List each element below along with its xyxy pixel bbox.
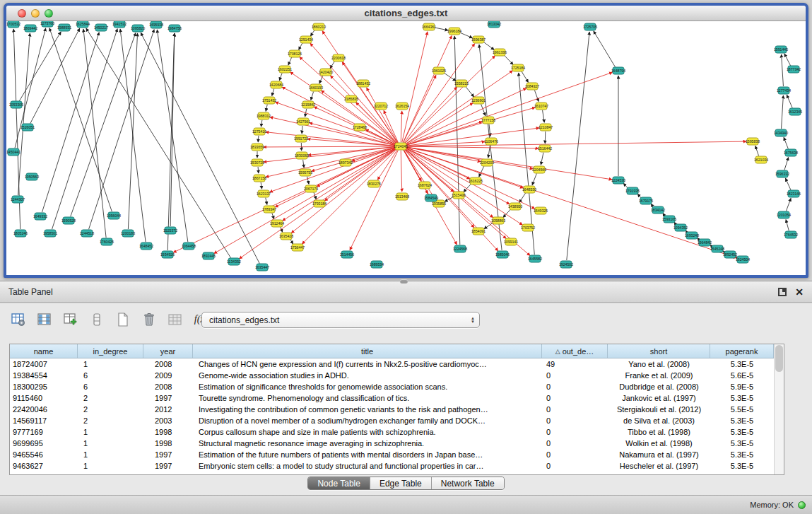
graph-node[interactable]: 1950563 (25, 173, 39, 180)
graph-node[interactable]: 1991722 (294, 135, 308, 142)
graph-node[interactable]: 1777158 (481, 117, 495, 124)
graph-edge[interactable] (435, 28, 448, 30)
graph-node[interactable]: 1626154 (395, 103, 409, 110)
graph-node[interactable]: 1764532 (784, 231, 798, 238)
graph-edge[interactable] (466, 86, 474, 97)
graph-node[interactable]: 1958501 (43, 230, 57, 237)
graph-edge[interactable] (543, 110, 545, 122)
graph-node[interactable]: 1602251 (278, 66, 292, 73)
graph-edge[interactable] (258, 136, 259, 142)
graph-edge[interactable] (128, 33, 137, 229)
graph-edge[interactable] (532, 173, 536, 185)
graph-node[interactable]: 1760426 (100, 238, 114, 245)
graph-node[interactable]: 1860213 (312, 23, 326, 30)
graph-node[interactable]: 2053305 (9, 101, 23, 108)
graph-node[interactable]: 1545248 (710, 245, 724, 252)
graph-edge[interactable] (288, 57, 292, 65)
graph-node[interactable]: 1869442 (23, 25, 37, 32)
graph-edge[interactable] (377, 150, 397, 180)
graph-node[interactable]: 1892445 (201, 252, 216, 259)
graph-edge[interactable] (308, 147, 395, 156)
graph-node[interactable]: 1420684 (269, 81, 283, 88)
graph-edge[interactable] (444, 73, 456, 81)
graph-node[interactable]: 1793184 (312, 200, 326, 207)
graph-edge[interactable] (406, 128, 539, 146)
graph-node[interactable]: 1693248 (685, 232, 699, 239)
graph-node[interactable]: 1625844 (76, 21, 90, 28)
graph-edge[interactable] (782, 95, 784, 129)
graph-node[interactable]: 2204203 (480, 159, 494, 166)
tab-network-table[interactable]: Network Table (431, 477, 504, 489)
graph-edge[interactable] (266, 198, 267, 205)
graph-node[interactable]: 1525372 (163, 227, 177, 234)
graph-node[interactable]: 1708126 (288, 50, 302, 57)
graph-node[interactable]: 1134352 (227, 258, 241, 265)
float-panel-icon[interactable] (778, 288, 787, 296)
graph-node[interactable]: 1434940 (774, 129, 788, 136)
graph-node[interactable]: 1210847 (539, 124, 553, 131)
graph-edge[interactable] (784, 157, 789, 170)
table-vertical-scrollbar[interactable] (774, 344, 784, 474)
graph-node[interactable]: 1558215 (454, 80, 469, 87)
graph-node[interactable]: 1450217 (94, 24, 108, 31)
graph-node[interactable]: 1648794 (611, 67, 625, 74)
graph-edge[interactable] (89, 30, 155, 230)
graph-edge[interactable] (279, 73, 282, 81)
graph-edge[interactable] (311, 91, 314, 100)
graph-edge[interactable] (519, 193, 526, 203)
graph-node[interactable]: 1427561 (296, 118, 310, 125)
graph-node[interactable]: 1751432 (262, 97, 276, 104)
graph-node[interactable]: 1989534 (370, 261, 384, 268)
graph-node[interactable]: 1095820 (131, 25, 145, 32)
graph-node[interactable]: 1515436 (452, 192, 466, 199)
graph-node[interactable]: 1648452 (139, 243, 153, 250)
graph-edge[interactable] (401, 151, 402, 192)
graph-edge[interactable] (299, 43, 302, 50)
table-settings-button[interactable] (8, 310, 28, 329)
graph-edge[interactable] (266, 147, 395, 177)
graph-edge[interactable] (404, 150, 435, 199)
graph-node[interactable]: 1756447 (290, 244, 305, 251)
graph-node[interactable]: 1823146 (787, 190, 801, 197)
graph-edge[interactable] (404, 75, 436, 142)
table-row[interactable]: 2242004622012Investigating the contribut… (10, 404, 774, 415)
graph-node[interactable]: 1106476 (484, 138, 498, 145)
graph-edge[interactable] (405, 87, 457, 144)
table-row[interactable]: 977716911998Corpus callosum shape and si… (10, 426, 774, 438)
column-header-in_degree[interactable]: in_degree (78, 344, 143, 358)
graph-node[interactable]: 1591445 (774, 46, 788, 53)
graph-node[interactable]: 1830276 (367, 180, 381, 187)
graph-node[interactable]: 2200618 (331, 54, 346, 62)
graph-node[interactable]: 1724045 (394, 143, 408, 150)
graph-node[interactable]: 1595838 (746, 138, 760, 145)
graph-node[interactable]: 1610747 (534, 103, 548, 110)
graph-edge[interactable] (522, 71, 529, 83)
graph-node[interactable]: 1956044 (107, 212, 121, 219)
graph-node[interactable]: 1064458 (182, 243, 196, 250)
graph-edge[interactable] (49, 28, 112, 212)
close-window-button[interactable] (18, 9, 26, 18)
graph-node[interactable]: 1805246 (13, 230, 28, 237)
graph-node[interactable]: 1236901 (471, 97, 486, 104)
graph-node[interactable]: 1728468 (353, 124, 367, 131)
graph-edge[interactable] (786, 220, 789, 231)
graph-node[interactable]: 1833659 (250, 144, 264, 151)
graph-node[interactable]: 1964842 (698, 239, 712, 246)
graph-edge[interactable] (18, 33, 30, 195)
graph-node[interactable]: 1420420 (319, 69, 333, 76)
graph-node[interactable]: 1725705 (583, 23, 597, 30)
graph-edge[interactable] (19, 32, 61, 101)
graph-node[interactable]: 1224568 (453, 245, 467, 252)
graph-node[interactable]: 1215842 (301, 101, 315, 108)
graph-edge[interactable] (319, 76, 323, 83)
graph-edge[interactable] (406, 147, 533, 169)
graph-edge[interactable] (307, 177, 309, 185)
graph-node[interactable]: 1099141 (504, 238, 518, 245)
graph-node[interactable]: 1530725 (250, 159, 264, 166)
graph-node[interactable]: 1703752 (521, 224, 535, 231)
graph-node[interactable]: 1516442 (538, 145, 552, 152)
graph-node[interactable]: 1648530 (522, 186, 536, 193)
tab-edge-table[interactable]: Edge Table (370, 477, 431, 489)
graph-node[interactable]: 1244307 (11, 196, 25, 203)
graph-node[interactable]: 1961336 (493, 49, 507, 56)
